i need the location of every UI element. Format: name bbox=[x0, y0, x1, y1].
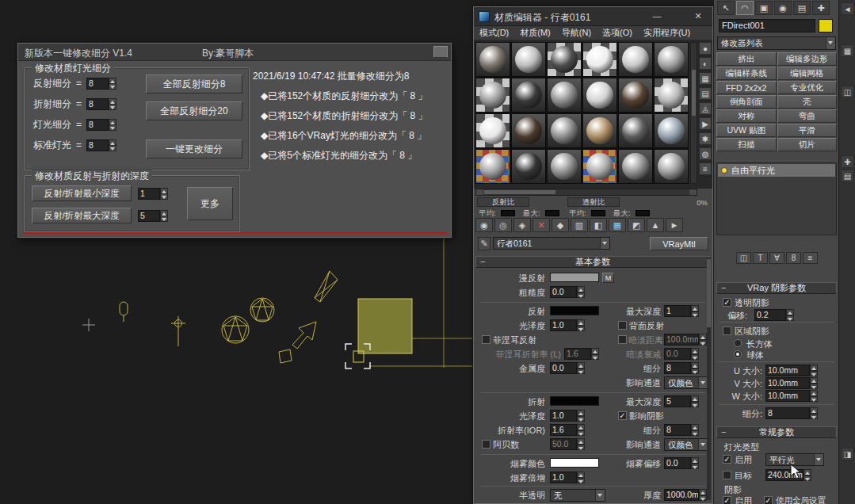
get-material-icon[interactable]: ◉ bbox=[475, 218, 493, 232]
modifier-button[interactable]: UVW 贴图 bbox=[716, 124, 777, 137]
go-forward-icon[interactable]: ► bbox=[666, 218, 683, 232]
make-unique-icon[interactable]: ∀ bbox=[769, 252, 784, 264]
modifier-list-dropdown[interactable]: 修改器列表 bbox=[717, 36, 836, 50]
menu-item[interactable]: 导航(N) bbox=[556, 27, 597, 39]
all-reflect-subdiv-20-button[interactable]: 全部反射细分20 bbox=[146, 101, 242, 120]
background-icon[interactable]: ▦ bbox=[699, 72, 712, 85]
modifier-button[interactable]: 编辑多边形 bbox=[777, 52, 838, 66]
material-name-dropdown[interactable]: 行者0161 bbox=[493, 237, 610, 250]
glossiness-spinner[interactable]: 1.0 bbox=[550, 319, 585, 331]
modifier-button[interactable]: FFD 2x2x2 bbox=[716, 81, 777, 94]
material-sample-slot[interactable] bbox=[582, 149, 617, 184]
reset-map-icon[interactable]: ✕ bbox=[532, 218, 550, 232]
material-sample-slot[interactable] bbox=[654, 149, 689, 184]
value-spinner[interactable]: 8 bbox=[86, 78, 116, 90]
modifier-button[interactable]: 编辑网格 bbox=[777, 67, 838, 80]
material-map-navigator-icon[interactable]: ≡ bbox=[699, 162, 712, 175]
transparent-shadow-checkbox[interactable] bbox=[723, 298, 731, 307]
video-color-check-icon[interactable]: ◬ bbox=[699, 102, 712, 115]
material-sample-slot[interactable] bbox=[618, 42, 653, 77]
general-params-rollout[interactable]: 常规参数 bbox=[716, 426, 837, 438]
affect-shadows-checkbox[interactable] bbox=[618, 411, 627, 420]
material-sample-slot[interactable] bbox=[475, 78, 510, 113]
show-end-result-icon[interactable]: ◩ bbox=[628, 218, 645, 232]
refract-subdivs-spinner[interactable]: 8 bbox=[664, 424, 699, 436]
strip-list-icon[interactable]: ▤ bbox=[841, 170, 854, 182]
dim-distance-checkbox[interactable] bbox=[618, 335, 627, 344]
material-sample-slot[interactable] bbox=[475, 113, 510, 148]
modifier-button[interactable]: 平滑 bbox=[777, 124, 838, 137]
more-button[interactable]: 更多 bbox=[187, 187, 233, 220]
shadow-enable-checkbox[interactable] bbox=[723, 496, 731, 504]
selected-plane-object[interactable] bbox=[358, 299, 412, 353]
one-key-change-subdiv-button[interactable]: 一键更改细分 bbox=[146, 139, 242, 158]
abbe-checkbox[interactable] bbox=[482, 440, 490, 449]
dialog-titlebar[interactable]: 新版本一键修改细分 V1.4 By:豪哥脚本 bbox=[18, 44, 451, 61]
configure-modifier-sets-icon[interactable]: ≡ bbox=[803, 252, 818, 264]
menu-item[interactable]: 实用程序(U) bbox=[638, 27, 696, 39]
thickness-spinner[interactable]: 1000.0mm bbox=[664, 489, 707, 501]
assign-to-selection-icon[interactable]: ◈ bbox=[513, 218, 531, 232]
utilities-tab-icon[interactable]: ✚ bbox=[812, 1, 830, 15]
material-sample-slot[interactable] bbox=[511, 42, 546, 77]
show-in-viewport-icon[interactable]: ▦ bbox=[609, 218, 626, 232]
material-sample-slot[interactable] bbox=[511, 149, 546, 184]
target-checkbox[interactable] bbox=[723, 471, 731, 479]
backlight-icon[interactable]: ◐ bbox=[699, 57, 712, 70]
strip-panel-icon[interactable]: ◫ bbox=[841, 86, 854, 98]
create-tab-icon[interactable]: ↖ bbox=[717, 1, 735, 15]
menu-item[interactable]: 材质(M) bbox=[514, 27, 556, 39]
menu-item[interactable]: 模式(D) bbox=[474, 27, 514, 39]
use-global-settings-checkbox[interactable] bbox=[764, 496, 773, 504]
material-sample-slot[interactable] bbox=[547, 149, 582, 184]
modifier-button[interactable]: 弯曲 bbox=[777, 109, 838, 123]
material-sample-slot[interactable] bbox=[654, 42, 689, 77]
material-sample-slot[interactable] bbox=[475, 42, 510, 77]
strip-collapse-icon[interactable]: ◄ bbox=[841, 2, 854, 15]
select-by-material-icon[interactable]: ◍ bbox=[699, 147, 712, 160]
menu-item[interactable]: 选项(O) bbox=[597, 27, 638, 39]
scroll-right-icon[interactable] bbox=[689, 189, 697, 195]
fresnel-checkbox[interactable] bbox=[482, 335, 490, 344]
material-sample-slot[interactable] bbox=[582, 78, 617, 113]
stack-item[interactable]: 自由平行光 bbox=[718, 164, 835, 177]
modifier-button[interactable]: 对称 bbox=[716, 109, 777, 123]
usize-spinner[interactable]: 10.0mm bbox=[765, 365, 818, 376]
eyedropper-icon[interactable]: ✎ bbox=[478, 237, 490, 250]
roughness-spinner[interactable]: 0.0 bbox=[550, 286, 585, 298]
options-icon[interactable]: ✱ bbox=[699, 132, 712, 145]
sample-type-icon[interactable]: ● bbox=[699, 42, 712, 55]
value-spinner[interactable]: 1 bbox=[138, 188, 168, 200]
material-sample-slot[interactable] bbox=[511, 78, 546, 113]
close-button[interactable]: ✕ bbox=[689, 10, 708, 23]
material-sample-slot[interactable] bbox=[654, 78, 689, 113]
material-sample-slot[interactable] bbox=[582, 42, 617, 77]
material-sample-slot[interactable] bbox=[618, 78, 653, 113]
scroll-left-icon[interactable] bbox=[476, 189, 483, 195]
material-sample-slot[interactable] bbox=[582, 113, 617, 148]
motion-tab-icon[interactable]: ◉ bbox=[774, 1, 792, 15]
put-to-library-icon[interactable]: ▥ bbox=[571, 218, 588, 232]
material-sample-slot[interactable] bbox=[654, 113, 689, 148]
bias-spinner[interactable]: 0.2 bbox=[754, 309, 794, 321]
material-sample-slot[interactable] bbox=[618, 113, 653, 148]
modifier-button[interactable]: 壳 bbox=[777, 95, 838, 109]
object-name-field[interactable]: FDirect001 bbox=[719, 19, 815, 32]
diffuse-map-button[interactable]: M bbox=[602, 273, 614, 283]
material-sample-slot[interactable] bbox=[618, 149, 653, 184]
basic-params-rollout[interactable]: 基本参数 bbox=[475, 256, 710, 268]
strip-box-icon[interactable]: ◨ bbox=[841, 448, 854, 460]
strip-layout-icon[interactable]: ▦ bbox=[841, 44, 854, 57]
material-sample-slot[interactable] bbox=[547, 78, 582, 113]
material-id-icon[interactable]: ◧ bbox=[590, 218, 607, 232]
window-titlebar[interactable]: 材质编辑器 - 行者0161 — ✕ bbox=[474, 7, 712, 26]
area-shadow-checkbox[interactable] bbox=[723, 326, 731, 335]
slots-horizontal-scrollbar[interactable] bbox=[475, 189, 697, 196]
light-enable-checkbox[interactable] bbox=[723, 455, 731, 464]
modifier-stack[interactable]: 自由平行光 bbox=[716, 162, 837, 235]
modifier-button[interactable]: 挤出 bbox=[716, 52, 777, 66]
material-sample-slot[interactable] bbox=[547, 113, 582, 148]
pin-stack-icon[interactable]: ◫ bbox=[736, 252, 751, 264]
refract-affect-channels-dropdown[interactable]: 仅颜色 bbox=[664, 438, 708, 451]
max-depth-spinner[interactable]: 1 bbox=[664, 305, 699, 317]
